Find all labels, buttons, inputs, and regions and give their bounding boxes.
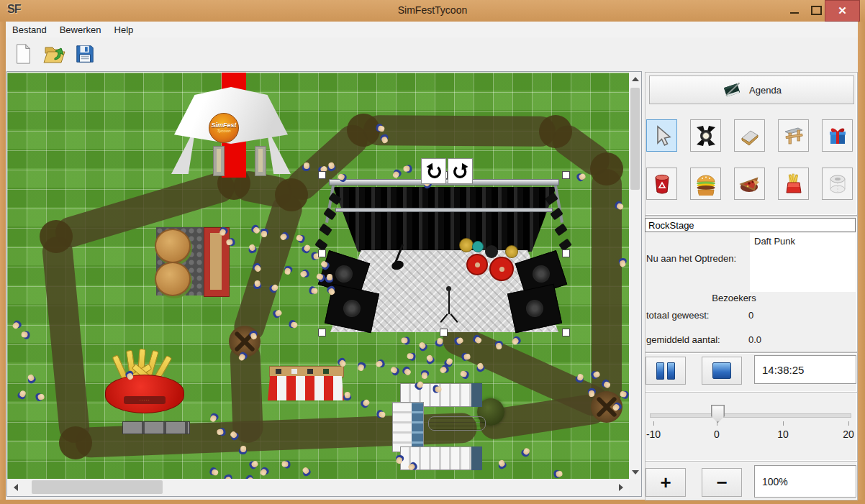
footpath-corner: [40, 220, 73, 253]
title-bar: SF SimFestTycoon ✕: [0, 0, 865, 22]
horizontal-scrollbar-thumb[interactable]: [32, 480, 163, 494]
festival-visitor: [309, 286, 318, 295]
tool-path-button[interactable]: [734, 119, 765, 152]
festival-visitor: [295, 234, 306, 244]
menu-bestand[interactable]: Bestand: [6, 23, 53, 37]
bench: [428, 416, 486, 431]
zoom-out-button[interactable]: −: [702, 468, 742, 497]
stall-awning: [268, 376, 344, 400]
selection-handle[interactable]: [318, 329, 326, 336]
vertical-scrollbar-thumb[interactable]: [630, 88, 640, 190]
festival-visitor: [375, 359, 386, 370]
selection-handle[interactable]: [318, 171, 326, 179]
gift-icon: [826, 124, 849, 147]
festival-visitor: [494, 340, 504, 349]
truss-bar: [335, 208, 553, 212]
rotate-left-button[interactable]: [421, 158, 446, 184]
scroll-right-button[interactable]: [612, 479, 629, 495]
bench: [122, 421, 190, 434]
festival-visitor: [261, 229, 268, 237]
tent-leg: [213, 146, 225, 176]
festival-visitor: [435, 337, 444, 347]
tool-fries-button[interactable]: [778, 168, 809, 200]
festival-visitor: [299, 268, 311, 279]
festival-visitor: [253, 280, 262, 290]
selection-handle[interactable]: [318, 249, 326, 257]
now-performing-label: Nu aan het Optreden:: [646, 253, 736, 264]
clock-display: 14:38:25: [754, 355, 856, 384]
festival-visitor: [325, 274, 333, 283]
festival-visitor: [225, 237, 235, 247]
selection-handle[interactable]: [562, 171, 570, 179]
minimize-button[interactable]: [783, 0, 806, 20]
open-file-button[interactable]: [41, 40, 67, 68]
scroll-up-button[interactable]: [629, 73, 641, 86]
minimize-icon: [790, 12, 799, 14]
entrance-tent[interactable]: SimFestTycoon: [174, 87, 288, 176]
selection-handle[interactable]: [562, 329, 570, 336]
rotate-right-button[interactable]: [448, 158, 473, 184]
festival-visitor: [11, 319, 22, 331]
festival-map-canvas[interactable]: ·····: [7, 73, 629, 479]
path-tile-icon: [738, 124, 761, 147]
festival-visitor: [300, 466, 312, 477]
tool-spotlight-button[interactable]: [690, 119, 721, 152]
festival-visitor: [401, 336, 410, 345]
total-visitors-label: totaal geweest:: [646, 310, 709, 321]
festival-visitor: [359, 398, 371, 409]
toilet-block[interactable]: [392, 402, 424, 452]
fries-stand[interactable]: ·····: [105, 359, 184, 416]
tool-burger-button[interactable]: [690, 168, 721, 200]
arrow-left-icon: [14, 484, 18, 491]
tool-trash-button[interactable]: [646, 168, 677, 200]
new-file-button[interactable]: [10, 40, 36, 68]
footpath-corner: [59, 426, 92, 459]
speed-slider-track[interactable]: [650, 413, 851, 418]
festival-visitor: [284, 265, 293, 275]
arrow-up-icon: [632, 77, 639, 81]
festival-visitor: [620, 390, 629, 400]
pause-button[interactable]: [646, 357, 686, 385]
tool-pizza-button[interactable]: [734, 168, 765, 200]
festival-visitor: [401, 365, 412, 377]
zoom-in-button[interactable]: +: [646, 468, 686, 497]
burger-stand[interactable]: [148, 227, 228, 295]
hamburger-icon: [694, 173, 717, 196]
open-folder-icon: [42, 42, 65, 66]
mic-head: [446, 286, 451, 291]
tool-select-button[interactable]: [646, 119, 677, 152]
festival-visitor: [288, 319, 299, 329]
festival-visitor: [417, 341, 428, 352]
scroll-down-button[interactable]: [629, 466, 641, 479]
average-visitors-label: gemiddeld aantal:: [646, 334, 720, 345]
toilet-doors: [412, 403, 423, 452]
cymbal: [505, 245, 518, 258]
market-stall[interactable]: [268, 366, 344, 402]
festival-visitor: [209, 467, 219, 477]
stage-light: [554, 224, 568, 237]
stop-button[interactable]: [702, 357, 742, 385]
stage-name-input[interactable]: [645, 218, 856, 232]
slider-tick: [653, 421, 654, 426]
scroll-left-button[interactable]: [7, 479, 24, 495]
festival-visitor: [425, 354, 435, 365]
festival-visitor: [391, 168, 403, 180]
festival-visitor: [421, 370, 430, 380]
tool-gift-button[interactable]: [822, 119, 853, 152]
festival-visitor: [459, 370, 470, 380]
menu-help[interactable]: Help: [108, 23, 140, 37]
menu-bewerken[interactable]: Bewerken: [53, 23, 108, 37]
tool-stage-frame-button[interactable]: [778, 119, 809, 152]
selection-handle[interactable]: [440, 329, 448, 336]
save-file-button[interactable]: [72, 40, 98, 68]
arrow-down-icon: [632, 470, 639, 475]
festival-visitor: [395, 455, 404, 464]
selection-handle[interactable]: [562, 249, 570, 257]
maximize-icon: [811, 6, 822, 15]
agenda-button[interactable]: Agenda: [649, 75, 854, 104]
close-button[interactable]: ✕: [825, 0, 860, 22]
tool-toilet-paper-button[interactable]: [822, 168, 853, 200]
tent-leg: [255, 146, 266, 176]
rotate-cw-icon: [452, 162, 469, 180]
average-visitors-value: 0.0: [748, 334, 761, 345]
